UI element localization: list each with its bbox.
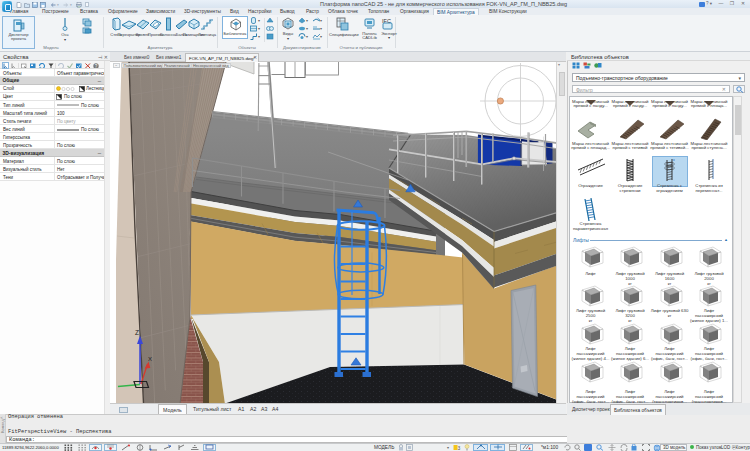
svg-text:X: X [148,356,152,362]
svg-text:Z: Z [135,329,139,336]
svg-text:3: 3 [458,445,461,451]
